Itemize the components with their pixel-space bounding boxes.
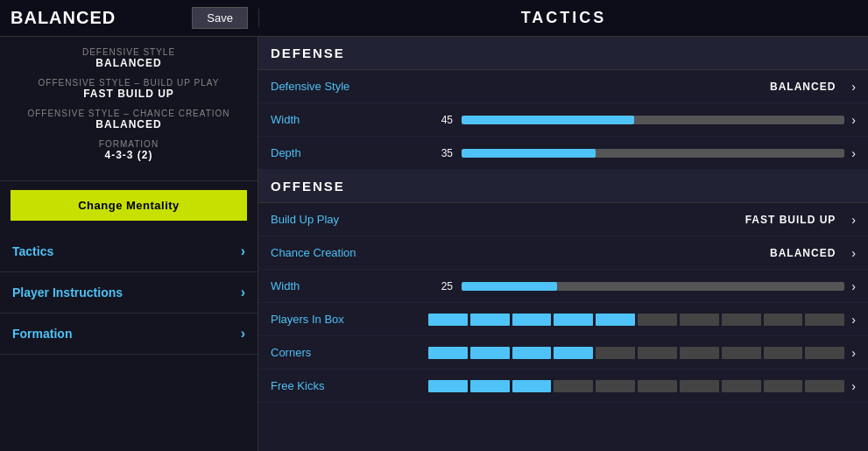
chevron-right-icon: › — [851, 346, 856, 360]
sidebar-item-player-instructions[interactable]: Player Instructions › — [0, 272, 258, 314]
corners-row[interactable]: Corners › — [258, 336, 868, 370]
chevron-right-icon: › — [851, 313, 856, 327]
defense-width-row[interactable]: Width 45 › — [258, 103, 868, 137]
seg-5 — [596, 380, 635, 392]
seg-8 — [722, 347, 761, 359]
defense-width-label: Width — [271, 113, 428, 126]
seg-7 — [680, 314, 719, 326]
page-title: BALANCED — [11, 8, 116, 28]
defense-section-header: DEFENSE — [258, 37, 868, 70]
offense-width-row[interactable]: Width 25 › — [258, 270, 868, 303]
players-in-box-bar — [428, 314, 844, 326]
chevron-right-icon: › — [851, 379, 856, 393]
seg-1 — [428, 314, 468, 326]
chevron-right-icon: › — [241, 243, 245, 259]
seg-1 — [428, 380, 468, 392]
seg-4 — [554, 347, 593, 359]
seg-10 — [805, 347, 844, 359]
sidebar: DEFENSIVE STYLE BALANCED OFFENSIVE STYLE… — [0, 37, 258, 451]
tactics-title: TACTICS — [521, 9, 607, 27]
chevron-right-icon: › — [851, 213, 856, 227]
defense-depth-value: 35 — [428, 147, 453, 159]
defense-depth-fill — [462, 149, 596, 158]
seg-8 — [722, 314, 761, 326]
change-mentality-button[interactable]: Change Mentality — [11, 190, 247, 221]
content-panel: DEFENSE Defensive Style BALANCED › Width… — [258, 37, 868, 451]
header-left: BALANCED Save — [0, 7, 258, 29]
players-in-box-label: Players In Box — [271, 313, 428, 326]
seg-7 — [680, 380, 719, 392]
buildup-label: Build Up Play — [271, 213, 428, 226]
sidebar-item-tactics[interactable]: Tactics › — [0, 231, 258, 272]
seg-3 — [512, 380, 552, 392]
seg-4 — [554, 314, 593, 326]
header-right: TACTICS — [258, 9, 868, 27]
save-button[interactable]: Save — [192, 7, 248, 29]
chance-creation-label: Chance Creation — [271, 246, 428, 259]
style-info: DEFENSIVE STYLE BALANCED OFFENSIVE STYLE… — [0, 37, 258, 181]
seg-6 — [638, 380, 677, 392]
seg-5 — [596, 347, 635, 359]
seg-2 — [470, 347, 510, 359]
defensive-style-row: DEFENSIVE STYLE BALANCED — [7, 47, 251, 69]
offense-width-slider[interactable] — [462, 282, 844, 291]
offensive-buildup-label: OFFENSIVE STYLE – BUILD UP PLAY — [7, 78, 251, 88]
offensive-chance-row: OFFENSIVE STYLE – CHANCE CREATION BALANC… — [7, 109, 251, 130]
sidebar-item-label-tactics: Tactics — [12, 244, 53, 258]
header: BALANCED Save TACTICS — [0, 0, 868, 37]
seg-1 — [428, 347, 468, 359]
chevron-right-icon: › — [851, 146, 856, 160]
sidebar-item-label-player-instructions: Player Instructions — [12, 285, 123, 299]
free-kicks-bar — [428, 380, 844, 392]
defense-width-value: 45 — [428, 114, 453, 126]
free-kicks-row[interactable]: Free Kicks › — [258, 370, 868, 403]
seg-5 — [596, 314, 635, 326]
defense-depth-slider[interactable] — [462, 149, 844, 158]
seg-6 — [638, 314, 677, 326]
chevron-right-icon: › — [241, 285, 245, 300]
seg-3 — [512, 314, 552, 326]
defense-depth-row[interactable]: Depth 35 › — [258, 137, 868, 170]
chance-creation-value: BALANCED — [770, 247, 836, 259]
buildup-value: FAST BUILD UP — [745, 214, 836, 226]
offensive-buildup-value: FAST BUILD UP — [7, 88, 251, 100]
seg-9 — [764, 314, 803, 326]
defensive-style-row-label: Defensive Style — [271, 80, 428, 93]
seg-10 — [805, 314, 844, 326]
seg-6 — [638, 347, 677, 359]
formation-row: FORMATION 4-3-3 (2) — [7, 139, 251, 161]
main-layout: DEFENSIVE STYLE BALANCED OFFENSIVE STYLE… — [0, 37, 868, 451]
defense-width-slider[interactable] — [462, 116, 844, 124]
seg-4 — [554, 380, 593, 392]
players-in-box-row[interactable]: Players In Box › — [258, 303, 868, 336]
seg-9 — [764, 380, 803, 392]
offensive-buildup-row: OFFENSIVE STYLE – BUILD UP PLAY FAST BUI… — [7, 78, 251, 100]
seg-9 — [764, 347, 803, 359]
buildup-row[interactable]: Build Up Play FAST BUILD UP › — [258, 203, 868, 236]
chevron-right-icon: › — [241, 326, 245, 342]
chevron-right-icon: › — [851, 246, 856, 260]
corners-bar — [428, 347, 844, 359]
seg-2 — [470, 314, 510, 326]
offense-width-label: Width — [271, 279, 428, 292]
corners-label: Corners — [271, 346, 428, 359]
sidebar-item-formation[interactable]: Formation › — [0, 314, 258, 355]
seg-8 — [722, 380, 761, 392]
chevron-right-icon: › — [851, 279, 856, 293]
defensive-style-row-item[interactable]: Defensive Style BALANCED › — [258, 70, 868, 103]
offensive-chance-value: BALANCED — [7, 118, 251, 130]
offense-section-header: OFFENSE — [258, 170, 868, 203]
formation-label: FORMATION — [7, 139, 251, 149]
chevron-right-icon: › — [851, 113, 856, 127]
offense-width-value: 25 — [428, 280, 453, 292]
chevron-right-icon: › — [851, 80, 856, 94]
chance-creation-row[interactable]: Chance Creation BALANCED › — [258, 236, 868, 270]
offense-width-fill — [462, 282, 557, 291]
defensive-style-label: DEFENSIVE STYLE — [7, 47, 251, 57]
offensive-chance-label: OFFENSIVE STYLE – CHANCE CREATION — [7, 109, 251, 118]
defensive-style-row-value: BALANCED — [770, 81, 836, 93]
defensive-style-value: BALANCED — [7, 57, 251, 69]
free-kicks-label: Free Kicks — [271, 379, 428, 392]
defense-width-fill — [462, 116, 634, 124]
seg-7 — [680, 347, 719, 359]
